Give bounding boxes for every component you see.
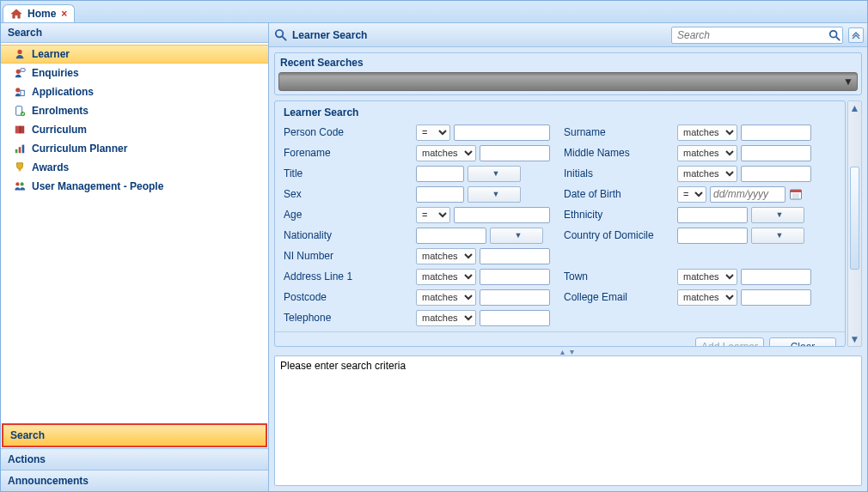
scroll-up-icon[interactable]: ▲ xyxy=(848,101,861,115)
recent-searches-label: Recent Searches xyxy=(278,57,858,72)
scroll-thumb[interactable] xyxy=(850,167,859,270)
title-lookup[interactable]: ▼ xyxy=(468,166,521,182)
college-email-label: College Email xyxy=(557,291,674,303)
accordion-actions[interactable]: Actions xyxy=(1,448,268,470)
collapse-toggle-icon[interactable] xyxy=(848,27,864,43)
title-field[interactable] xyxy=(416,166,464,182)
sex-field[interactable] xyxy=(416,186,464,203)
person-icon xyxy=(13,47,27,61)
tab-close-icon[interactable]: × xyxy=(61,8,67,20)
chevron-down-icon: ▼ xyxy=(843,76,853,88)
quick-search[interactable] xyxy=(671,27,843,44)
ethnicity-lookup[interactable]: ▼ xyxy=(751,207,804,223)
ni-number-op[interactable]: matches xyxy=(416,248,476,264)
age-label: Age xyxy=(284,209,413,221)
recent-searches-dropdown[interactable]: ▼ xyxy=(278,72,858,91)
sidebar-item-enrolments[interactable]: Enrolments xyxy=(1,101,268,120)
address-line1-op[interactable]: matches xyxy=(416,269,476,285)
sidebar-item-user-management[interactable]: User Management - People xyxy=(1,177,268,196)
sidebar-item-label: User Management - People xyxy=(32,180,163,192)
results-message: Please enter search criteria xyxy=(280,360,406,372)
college-email-op[interactable]: matches xyxy=(677,289,737,306)
criteria-panel: Learner Search Person Code = Surname mat… xyxy=(274,100,846,347)
clear-button[interactable]: Clear xyxy=(769,337,836,347)
age-field[interactable] xyxy=(454,207,550,223)
svg-rect-11 xyxy=(19,169,21,172)
svg-point-12 xyxy=(15,182,19,185)
person-code-field[interactable] xyxy=(454,125,550,141)
sex-lookup[interactable]: ▼ xyxy=(468,186,521,203)
town-op[interactable]: matches xyxy=(677,269,737,285)
application-window: Home × Search LearnerEnquiriesApplicatio… xyxy=(0,0,868,492)
nationality-label: Nationality xyxy=(284,229,413,241)
sidebar-item-enquiries[interactable]: Enquiries xyxy=(1,64,268,82)
sidebar-item-label: Enrolments xyxy=(32,105,89,117)
quick-search-go-icon[interactable] xyxy=(828,29,840,41)
sidebar-item-learner[interactable]: Learner xyxy=(1,45,268,64)
country-lookup[interactable]: ▼ xyxy=(751,228,804,244)
initials-field[interactable] xyxy=(741,166,811,182)
forename-field[interactable] xyxy=(480,145,550,161)
country-field[interactable] xyxy=(677,228,748,244)
sidebar-item-applications[interactable]: Applications xyxy=(1,82,268,101)
dob-op[interactable]: = xyxy=(677,186,706,203)
accordion-search[interactable]: Search xyxy=(2,423,267,447)
ethnicity-field[interactable] xyxy=(677,207,748,223)
left-panel: Search LearnerEnquiriesApplicationsEnrol… xyxy=(1,23,269,491)
splitter-handle[interactable]: ▴ ▾ xyxy=(269,347,867,355)
quick-search-input[interactable] xyxy=(675,28,828,42)
sidebar-item-curriculum-planner[interactable]: Curriculum Planner xyxy=(1,139,268,158)
svg-rect-9 xyxy=(19,147,21,153)
title-label: Title xyxy=(284,167,413,179)
age-op[interactable]: = xyxy=(416,207,450,223)
criteria-scrollbar[interactable]: ▲ ▼ xyxy=(847,100,862,347)
tab-bar: Home × xyxy=(1,1,867,23)
svg-point-14 xyxy=(276,30,283,37)
accordion-announcements[interactable]: Announcements xyxy=(1,470,268,491)
forename-label: Forename xyxy=(284,147,413,159)
navigation-tree: LearnerEnquiriesApplicationsEnrolmentsCu… xyxy=(1,43,268,422)
middle-names-op[interactable]: matches xyxy=(677,145,737,161)
criteria-group-label: Learner Search xyxy=(275,101,845,120)
tab-home[interactable]: Home × xyxy=(3,4,75,22)
scroll-track[interactable] xyxy=(848,115,861,332)
surname-field[interactable] xyxy=(741,125,811,141)
surname-op[interactable]: matches xyxy=(677,125,737,141)
add-learner-button[interactable]: Add Learner xyxy=(695,337,764,347)
person-code-label: Person Code xyxy=(284,126,413,138)
forename-op[interactable]: matches xyxy=(416,145,476,161)
home-icon xyxy=(10,9,22,19)
results-panel: Please enter search criteria xyxy=(274,355,862,486)
sidebar-item-label: Curriculum Planner xyxy=(32,143,127,155)
person-code-op[interactable]: = xyxy=(416,125,450,141)
scroll-down-icon[interactable]: ▼ xyxy=(848,332,861,346)
address-line1-field[interactable] xyxy=(480,269,550,285)
postcode-field[interactable] xyxy=(480,289,550,306)
telephone-op[interactable]: matches xyxy=(416,310,476,326)
middle-names-field[interactable] xyxy=(741,145,811,161)
sidebar-item-awards[interactable]: Awards xyxy=(1,158,268,177)
postcode-op[interactable]: matches xyxy=(416,289,476,306)
chevron-down-icon: ▼ xyxy=(515,231,523,240)
dob-field[interactable] xyxy=(710,186,785,203)
town-field[interactable] xyxy=(741,269,811,285)
left-panel-header: Search xyxy=(1,23,268,43)
award-icon xyxy=(13,161,27,174)
calendar-icon[interactable] xyxy=(789,187,803,201)
svg-rect-2 xyxy=(21,69,25,72)
nationality-lookup[interactable]: ▼ xyxy=(490,228,543,244)
telephone-field[interactable] xyxy=(480,310,550,326)
ni-number-field[interactable] xyxy=(480,248,550,264)
tab-home-label: Home xyxy=(28,8,56,20)
sidebar-item-label: Enquiries xyxy=(32,67,79,79)
nationality-field[interactable] xyxy=(416,228,486,244)
svg-rect-8 xyxy=(15,149,18,153)
recent-searches-panel: Recent Searches ▼ xyxy=(274,52,862,95)
people-icon xyxy=(13,179,27,193)
chevron-down-icon: ▼ xyxy=(776,210,784,219)
college-email-field[interactable] xyxy=(741,289,811,306)
sidebar-item-curriculum[interactable]: Curriculum xyxy=(1,120,268,139)
initials-op[interactable]: matches xyxy=(677,166,737,182)
chevron-down-icon: ▼ xyxy=(492,190,500,198)
accordion: Search Actions Announcements xyxy=(1,422,268,491)
